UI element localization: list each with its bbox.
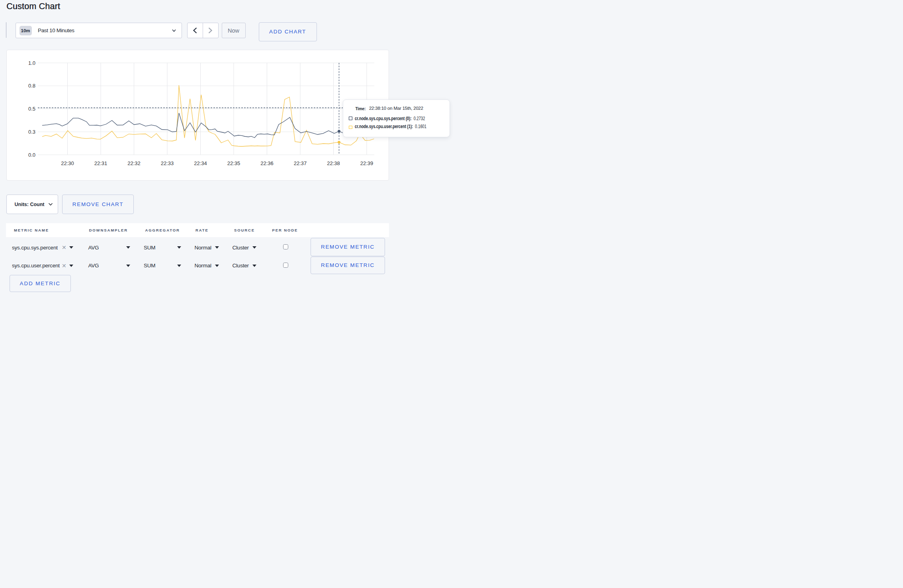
svg-text:0.3: 0.3	[28, 129, 35, 135]
svg-text:22:34: 22:34	[194, 160, 207, 166]
svg-text:22:38: 22:38	[327, 160, 340, 166]
svg-text:22:39: 22:39	[360, 160, 373, 166]
svg-text:22:32: 22:32	[127, 160, 141, 166]
svg-text:22:37: 22:37	[294, 160, 307, 166]
svg-text:22:35: 22:35	[227, 160, 240, 166]
svg-text:1.0: 1.0	[28, 60, 35, 66]
svg-text:22:33: 22:33	[161, 160, 174, 166]
svg-text:0.5: 0.5	[28, 106, 35, 112]
svg-text:22:30: 22:30	[61, 160, 74, 166]
svg-text:0.0: 0.0	[28, 152, 35, 158]
svg-text:22:31: 22:31	[94, 160, 108, 166]
svg-text:0.8: 0.8	[28, 83, 35, 89]
svg-text:22:36: 22:36	[260, 160, 274, 166]
